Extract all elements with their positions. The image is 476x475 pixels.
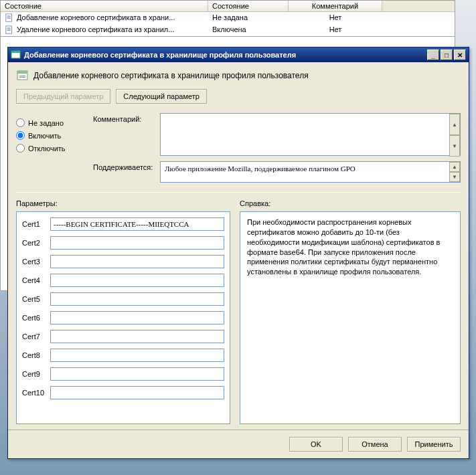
dialog-heading: Добавление корневого сертификата в храни… <box>33 71 309 80</box>
supported-value: Любое приложение Mozilla, поддерживаемое… <box>160 161 461 183</box>
cert-row: Cert2 <box>22 236 224 250</box>
radio-not-set-input[interactable] <box>16 118 25 127</box>
close-button[interactable]: ✕ <box>454 50 466 60</box>
cert-label: Cert3 <box>22 258 50 266</box>
list-row[interactable]: Удаление корневого сертификата из хранил… <box>1 24 455 36</box>
divider <box>16 192 461 193</box>
row-name: Удаление корневого сертификата из хранил… <box>17 25 174 33</box>
cert-label: Cert5 <box>22 295 50 303</box>
prev-setting-button: Предыдущий параметр <box>16 89 110 104</box>
supported-label: Поддерживается: <box>93 161 160 183</box>
cert-label: Cert2 <box>22 239 50 247</box>
cert-label: Cert4 <box>22 276 50 284</box>
page-icon <box>5 25 14 35</box>
help-label: Справка: <box>240 199 461 207</box>
svg-rect-5 <box>7 28 11 29</box>
scroll-up-icon[interactable]: ▲ <box>449 114 460 135</box>
cert-input-6[interactable] <box>50 311 224 324</box>
svg-rect-12 <box>19 76 25 76</box>
svg-rect-11 <box>17 71 27 74</box>
cert-label: Cert1 <box>22 220 50 228</box>
cert-label: Cert10 <box>22 389 50 397</box>
page-icon <box>5 13 14 23</box>
comment-label: Комментарий: <box>93 113 160 157</box>
minimize-button[interactable]: _ <box>427 50 439 60</box>
dialog-icon <box>11 50 21 60</box>
radio-enable[interactable]: Включить <box>16 131 86 140</box>
list-header: Состояние Состояние Комментарий <box>1 1 455 12</box>
cert-row: Cert9 <box>22 367 224 381</box>
svg-rect-6 <box>7 29 11 29</box>
radio-disable[interactable]: Отключить <box>16 144 86 153</box>
header-col-comment[interactable]: Комментарий <box>289 1 382 11</box>
ok-button[interactable]: OK <box>289 437 343 452</box>
header-col-state2[interactable]: Состояние <box>208 1 289 11</box>
row-comment: Нет <box>289 13 382 23</box>
svg-rect-4 <box>6 26 12 33</box>
cert-input-4[interactable] <box>50 274 224 287</box>
cert-row: Cert3 <box>22 255 224 268</box>
scroll-down-icon[interactable]: ▼ <box>449 172 460 182</box>
svg-rect-13 <box>19 77 25 78</box>
cert-row: Cert10 <box>22 386 224 399</box>
dialog-title: Добавление корневого сертификата в храни… <box>24 51 426 59</box>
cert-input-7[interactable] <box>50 330 224 343</box>
cert-row: Cert5 <box>22 292 224 306</box>
params-label: Параметры: <box>16 199 230 207</box>
state-radios: Не задано Включить Отключить <box>16 113 86 187</box>
row-state: Включена <box>208 25 289 35</box>
params-box: Cert1Cert2Cert3Cert4Cert5Cert6Cert7Cert8… <box>16 211 230 424</box>
radio-not-set[interactable]: Не задано <box>16 118 86 127</box>
comment-textarea[interactable] <box>160 113 461 156</box>
svg-rect-1 <box>7 16 11 17</box>
cert-row: Cert1 <box>22 217 224 231</box>
list-row[interactable]: Добавление корневого сертификата в храни… <box>1 12 455 24</box>
scroll-down-icon[interactable]: ▼ <box>449 135 460 157</box>
apply-button[interactable]: Применить <box>407 437 461 452</box>
cert-input-3[interactable] <box>50 255 224 268</box>
cert-label: Cert9 <box>22 370 50 378</box>
row-comment: Нет <box>289 25 382 35</box>
scroll-up-icon[interactable]: ▲ <box>449 162 460 172</box>
cert-input-9[interactable] <box>50 367 224 381</box>
radio-enable-input[interactable] <box>16 131 25 140</box>
header-col-state1[interactable]: Состояние <box>1 1 208 11</box>
cert-label: Cert8 <box>22 351 50 359</box>
svg-rect-2 <box>7 17 11 17</box>
svg-rect-3 <box>7 18 11 19</box>
maximize-button[interactable]: □ <box>441 50 453 60</box>
svg-rect-7 <box>7 30 11 31</box>
radio-disable-input[interactable] <box>16 144 25 153</box>
policy-icon <box>16 69 29 82</box>
policy-list: Состояние Состояние Комментарий Добавлен… <box>0 0 455 37</box>
cert-input-8[interactable] <box>50 349 224 362</box>
row-name: Добавление корневого сертификата в храни… <box>17 13 175 21</box>
next-setting-button[interactable]: Следующий параметр <box>116 89 207 104</box>
cert-row: Cert8 <box>22 349 224 362</box>
dialog-footer: OK Отмена Применить <box>8 430 469 458</box>
cert-input-1[interactable] <box>50 217 224 231</box>
cert-input-10[interactable] <box>50 386 224 399</box>
cert-label: Cert7 <box>22 332 50 341</box>
cert-row: Cert4 <box>22 274 224 287</box>
policy-dialog: Добавление корневого сертификата в храни… <box>7 47 469 459</box>
cert-input-5[interactable] <box>50 292 224 306</box>
help-text: При необходимости распространения корнев… <box>240 211 461 424</box>
svg-rect-9 <box>11 51 20 53</box>
svg-rect-0 <box>6 14 12 21</box>
row-state: Не задана <box>208 13 289 23</box>
cancel-button[interactable]: Отмена <box>348 437 402 452</box>
cert-row: Cert6 <box>22 311 224 324</box>
cert-label: Cert6 <box>22 314 50 322</box>
cert-row: Cert7 <box>22 330 224 343</box>
cert-input-2[interactable] <box>50 236 224 250</box>
titlebar[interactable]: Добавление корневого сертификата в храни… <box>8 48 469 62</box>
